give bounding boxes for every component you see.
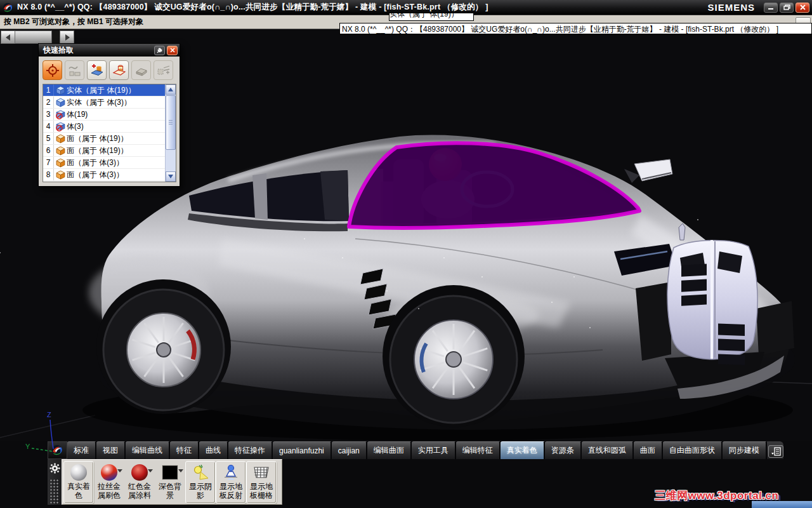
quick-pick-item[interactable]: 3体(19)	[43, 109, 165, 121]
pin-icon[interactable]	[154, 46, 165, 55]
dropdown-arrow-icon[interactable]	[117, 469, 122, 475]
restore-button[interactable]	[780, 3, 794, 13]
true-shading-button[interactable]: 真实着色	[63, 461, 94, 504]
brushed-metal-material-button[interactable]: 拉丝金属刷色	[94, 461, 124, 504]
dark-background-button[interactable]: 深色背景	[155, 461, 185, 504]
true-shading-toolbar: 真实着色拉丝金属刷色红色金属涂料深色背景显示阴影显示地板反射显示地板栅格	[62, 459, 282, 505]
show-floor-reflection-icon	[222, 463, 240, 482]
tab-直线和圆弧[interactable]: 直线和圆弧	[582, 441, 634, 459]
solid-filter-button[interactable]	[131, 60, 151, 80]
annotation-filter-button[interactable]	[154, 60, 173, 80]
button-label: 真实着色	[65, 482, 92, 500]
quick-pick-item[interactable]: 4体(3)	[43, 121, 165, 133]
show-shadow-icon	[192, 463, 209, 482]
snap-point-filter-icon	[46, 64, 60, 77]
item-label: 面（属于 体(19)）	[67, 145, 165, 156]
body-excluded-icon	[54, 110, 67, 119]
close-button[interactable]	[796, 3, 809, 13]
tab-编辑特征[interactable]: 编辑特征	[456, 441, 501, 459]
scroll-track[interactable]	[166, 150, 176, 171]
body-excluded-icon	[54, 122, 67, 131]
curve-filter-button[interactable]	[65, 60, 84, 80]
tab-strip-end	[767, 441, 783, 459]
quick-pick-scrollbar[interactable]	[165, 84, 176, 182]
face-icon	[54, 170, 67, 180]
quick-pick-item[interactable]: 7面（属于 体(3)）	[43, 157, 165, 169]
watermark: 三维网www.3dportal.cn	[655, 488, 778, 503]
tab-编辑曲面[interactable]: 编辑曲面	[367, 441, 412, 459]
tab-特征[interactable]: 特征	[170, 441, 199, 459]
item-label: 实体（属于 体(19)）	[67, 85, 165, 96]
minimize-button[interactable]	[764, 3, 778, 13]
dropdown-arrow-icon[interactable]	[148, 469, 153, 475]
face-icon	[54, 134, 67, 144]
quick-pick-dialog: 快速拾取 1实体（属于 体(19)）2实体（属于 体(3)）3体(19)4体(3…	[38, 43, 180, 187]
dark-background-icon	[162, 463, 178, 482]
tab-视图[interactable]: 视图	[96, 441, 126, 459]
item-label: 面（属于 体(3)）	[67, 157, 165, 168]
item-number: 5	[43, 133, 54, 144]
tab-真实着色[interactable]: 真实着色	[501, 441, 545, 459]
clipped-tooltip: 实体（属于 体(19)）	[389, 13, 474, 21]
tab-strip: 标准视图编辑曲线特征曲线特征操作guanlianfuzhicaijian编辑曲面…	[67, 441, 767, 459]
body-filter-button[interactable]	[109, 60, 129, 80]
show-floor-grid-button[interactable]: 显示地板栅格	[246, 461, 277, 504]
brushed-metal-material-icon	[101, 463, 117, 482]
dock-grip-handle[interactable]	[49, 479, 60, 504]
tab-guanlianfuzhi[interactable]: guanlianfuzhi	[273, 441, 332, 459]
gear-icon[interactable]	[49, 463, 60, 474]
prompt-message: 按 MB2 可浏览对象，按 MB1 可选择对象	[0, 17, 143, 27]
item-number: 7	[43, 157, 54, 168]
button-label: 深色背景	[157, 482, 183, 500]
tab-资源条[interactable]: 资源条	[545, 441, 582, 459]
dropdown-arrow-icon[interactable]	[178, 469, 183, 475]
nx-application-window: NX 8.0 (*^__^*) QQ: 【489387000】 诚交UG爱好者o…	[0, 0, 812, 508]
quick-pick-item[interactable]: 1实体（属于 体(19)）	[43, 84, 165, 97]
nx-logo-icon	[3, 3, 14, 13]
window-title: NX 8.0 (*^__^*) QQ: 【489387000】 诚交UG爱好者o…	[17, 2, 488, 13]
quick-pick-list: 1实体（属于 体(19)）2实体（属于 体(3)）3体(19)4体(3)5面（属…	[43, 84, 165, 182]
tab-自由曲面形状[interactable]: 自由曲面形状	[663, 441, 723, 459]
item-number: 1	[43, 84, 54, 96]
button-label: 显示阴影	[187, 482, 214, 500]
red-metal-paint-button[interactable]: 红色金属涂料	[124, 461, 155, 504]
quick-pick-item[interactable]: 2实体（属于 体(3)）	[43, 97, 165, 109]
solid-body-icon	[54, 86, 67, 95]
tab-标准[interactable]: 标准	[67, 441, 96, 459]
tab-实用工具[interactable]: 实用工具	[412, 441, 456, 459]
feature-filter-button[interactable]	[87, 60, 107, 80]
siemens-logo: SIEMENS	[707, 2, 755, 13]
true-shading-icon	[70, 463, 87, 482]
item-label: 体(3)	[67, 121, 165, 132]
item-label: 实体（属于 体(3)）	[67, 97, 165, 108]
quick-pick-item[interactable]: 8面（属于 体(3)）	[43, 169, 165, 181]
scroll-thumb[interactable]	[166, 95, 176, 150]
close-icon[interactable]	[167, 46, 178, 55]
nx-logo-button[interactable]	[48, 441, 67, 459]
quick-pick-item[interactable]: 6面（属于 体(19)）	[43, 145, 165, 157]
tab-曲面[interactable]: 曲面	[634, 441, 663, 459]
scroll-down-arrow[interactable]	[166, 171, 176, 182]
scroll-right-arrow[interactable]	[60, 30, 74, 44]
item-number: 2	[43, 97, 54, 108]
show-floor-reflection-button[interactable]: 显示地板反射	[216, 461, 246, 504]
quick-pick-title-bar[interactable]: 快速拾取	[39, 44, 180, 57]
tab-caijian[interactable]: caijian	[332, 441, 367, 459]
button-label: 拉丝金属刷色	[96, 482, 122, 500]
show-shadow-button[interactable]: 显示阴影	[185, 461, 216, 504]
tab-特征操作[interactable]: 特征操作	[228, 441, 273, 459]
tab-曲线[interactable]: 曲线	[199, 441, 228, 459]
scroll-up-arrow[interactable]	[166, 84, 176, 95]
item-label: 面（属于 体(3)）	[67, 170, 165, 180]
toolbar-options-button[interactable]	[768, 445, 783, 458]
face-icon	[54, 158, 67, 168]
quick-pick-item[interactable]: 5面（属于 体(19)）	[43, 133, 165, 145]
scroll-left-arrow[interactable]	[1, 30, 15, 44]
tab-同步建模[interactable]: 同步建模	[723, 441, 767, 459]
snap-point-filter-button[interactable]	[43, 60, 62, 80]
scroll-track[interactable]	[52, 30, 60, 44]
tab-编辑曲线[interactable]: 编辑曲线	[126, 441, 170, 459]
scroll-thumb[interactable]	[15, 30, 52, 44]
view-nav-scrollbar[interactable]	[1, 30, 74, 44]
item-number: 8	[43, 169, 54, 180]
